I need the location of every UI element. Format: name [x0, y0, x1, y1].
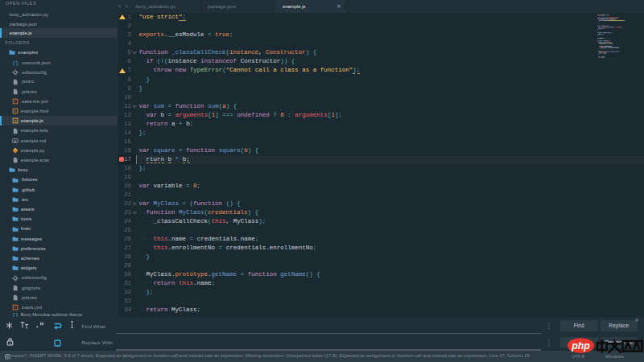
svg-text:php: php: [571, 340, 590, 352]
svg-text:M: M: [14, 140, 16, 143]
svg-text:{}: {}: [12, 60, 19, 66]
